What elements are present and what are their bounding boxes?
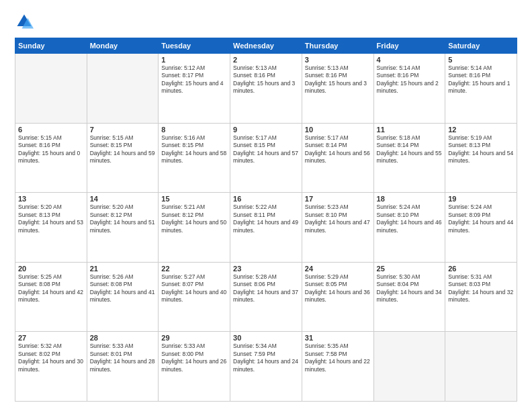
day-info: Sunrise: 5:17 AMSunset: 8:14 PMDaylight:… bbox=[305, 134, 371, 165]
day-info: Sunrise: 5:15 AMSunset: 8:15 PMDaylight:… bbox=[90, 134, 156, 165]
day-info: Sunrise: 5:25 AMSunset: 8:08 PMDaylight:… bbox=[18, 273, 84, 304]
day-number: 10 bbox=[305, 126, 371, 134]
day-number: 31 bbox=[305, 334, 371, 342]
week-row-2: 6Sunrise: 5:15 AMSunset: 8:16 PMDaylight… bbox=[15, 123, 517, 193]
day-info: Sunrise: 5:13 AMSunset: 8:16 PMDaylight:… bbox=[233, 64, 299, 95]
day-number: 11 bbox=[377, 126, 443, 134]
calendar-cell: 5Sunrise: 5:14 AMSunset: 8:16 PMDaylight… bbox=[445, 54, 517, 124]
day-number: 24 bbox=[305, 265, 371, 273]
day-header-wednesday: Wednesday bbox=[230, 38, 302, 54]
day-number: 4 bbox=[377, 56, 443, 64]
calendar-cell: 12Sunrise: 5:19 AMSunset: 8:13 PMDayligh… bbox=[445, 123, 517, 193]
calendar-cell: 7Sunrise: 5:15 AMSunset: 8:15 PMDaylight… bbox=[87, 123, 159, 193]
day-number: 18 bbox=[377, 195, 443, 203]
day-info: Sunrise: 5:16 AMSunset: 8:15 PMDaylight:… bbox=[161, 134, 227, 165]
calendar-cell: 28Sunrise: 5:33 AMSunset: 8:01 PMDayligh… bbox=[87, 332, 159, 402]
day-info: Sunrise: 5:20 AMSunset: 8:12 PMDaylight:… bbox=[90, 203, 156, 234]
day-info: Sunrise: 5:14 AMSunset: 8:16 PMDaylight:… bbox=[448, 64, 514, 95]
day-info: Sunrise: 5:17 AMSunset: 8:15 PMDaylight:… bbox=[233, 134, 299, 165]
day-info: Sunrise: 5:12 AMSunset: 8:17 PMDaylight:… bbox=[161, 64, 227, 95]
calendar-cell: 24Sunrise: 5:29 AMSunset: 8:05 PMDayligh… bbox=[302, 262, 373, 332]
calendar-cell: 4Sunrise: 5:14 AMSunset: 8:16 PMDaylight… bbox=[373, 54, 445, 124]
day-number: 8 bbox=[161, 126, 227, 134]
day-number: 26 bbox=[448, 265, 514, 273]
day-number: 21 bbox=[90, 265, 156, 273]
day-header-thursday: Thursday bbox=[302, 38, 373, 54]
calendar-cell: 13Sunrise: 5:20 AMSunset: 8:13 PMDayligh… bbox=[15, 193, 87, 263]
calendar-cell: 14Sunrise: 5:20 AMSunset: 8:12 PMDayligh… bbox=[87, 193, 159, 263]
day-number: 22 bbox=[161, 265, 227, 273]
calendar-cell: 2Sunrise: 5:13 AMSunset: 8:16 PMDaylight… bbox=[230, 54, 302, 124]
calendar-cell bbox=[445, 332, 517, 402]
calendar-cell: 27Sunrise: 5:32 AMSunset: 8:02 PMDayligh… bbox=[15, 332, 87, 402]
calendar-cell: 3Sunrise: 5:13 AMSunset: 8:16 PMDaylight… bbox=[302, 54, 373, 124]
day-number: 13 bbox=[18, 195, 84, 203]
calendar-cell bbox=[87, 54, 159, 124]
day-header-friday: Friday bbox=[373, 38, 445, 54]
day-info: Sunrise: 5:23 AMSunset: 8:10 PMDaylight:… bbox=[305, 203, 371, 234]
day-info: Sunrise: 5:27 AMSunset: 8:07 PMDaylight:… bbox=[161, 273, 227, 304]
day-header-tuesday: Tuesday bbox=[159, 38, 230, 54]
calendar-cell bbox=[15, 54, 87, 124]
calendar-cell: 26Sunrise: 5:31 AMSunset: 8:03 PMDayligh… bbox=[445, 262, 517, 332]
day-info: Sunrise: 5:21 AMSunset: 8:12 PMDaylight:… bbox=[161, 203, 227, 234]
calendar-cell: 23Sunrise: 5:28 AMSunset: 8:06 PMDayligh… bbox=[230, 262, 302, 332]
logo bbox=[15, 12, 36, 31]
calendar-cell: 9Sunrise: 5:17 AMSunset: 8:15 PMDaylight… bbox=[230, 123, 302, 193]
day-info: Sunrise: 5:30 AMSunset: 8:04 PMDaylight:… bbox=[377, 273, 443, 304]
day-number: 9 bbox=[233, 126, 299, 134]
day-info: Sunrise: 5:35 AMSunset: 7:58 PMDaylight:… bbox=[305, 342, 371, 373]
day-header-sunday: Sunday bbox=[15, 38, 87, 54]
day-info: Sunrise: 5:26 AMSunset: 8:08 PMDaylight:… bbox=[90, 273, 156, 304]
day-info: Sunrise: 5:32 AMSunset: 8:02 PMDaylight:… bbox=[18, 342, 84, 373]
day-info: Sunrise: 5:29 AMSunset: 8:05 PMDaylight:… bbox=[305, 273, 371, 304]
day-info: Sunrise: 5:15 AMSunset: 8:16 PMDaylight:… bbox=[18, 134, 84, 165]
day-info: Sunrise: 5:20 AMSunset: 8:13 PMDaylight:… bbox=[18, 203, 84, 234]
day-number: 15 bbox=[161, 195, 227, 203]
day-number: 17 bbox=[305, 195, 371, 203]
day-header-saturday: Saturday bbox=[445, 38, 517, 54]
day-number: 1 bbox=[161, 56, 227, 64]
day-number: 2 bbox=[233, 56, 299, 64]
calendar-cell: 15Sunrise: 5:21 AMSunset: 8:12 PMDayligh… bbox=[159, 193, 230, 263]
header bbox=[15, 12, 517, 31]
day-number: 12 bbox=[448, 126, 514, 134]
calendar-cell: 11Sunrise: 5:18 AMSunset: 8:14 PMDayligh… bbox=[373, 123, 445, 193]
day-number: 7 bbox=[90, 126, 156, 134]
day-number: 29 bbox=[161, 334, 227, 342]
calendar-cell: 6Sunrise: 5:15 AMSunset: 8:16 PMDaylight… bbox=[15, 123, 87, 193]
day-info: Sunrise: 5:33 AMSunset: 8:01 PMDaylight:… bbox=[90, 342, 156, 373]
logo-icon bbox=[15, 12, 34, 31]
day-number: 27 bbox=[18, 334, 84, 342]
day-number: 14 bbox=[90, 195, 156, 203]
calendar-cell: 10Sunrise: 5:17 AMSunset: 8:14 PMDayligh… bbox=[302, 123, 373, 193]
day-info: Sunrise: 5:22 AMSunset: 8:11 PMDaylight:… bbox=[233, 203, 299, 234]
calendar-cell: 30Sunrise: 5:34 AMSunset: 7:59 PMDayligh… bbox=[230, 332, 302, 402]
day-number: 3 bbox=[305, 56, 371, 64]
day-info: Sunrise: 5:24 AMSunset: 8:10 PMDaylight:… bbox=[377, 203, 443, 234]
week-row-1: 1Sunrise: 5:12 AMSunset: 8:17 PMDaylight… bbox=[15, 54, 517, 124]
calendar-cell: 18Sunrise: 5:24 AMSunset: 8:10 PMDayligh… bbox=[373, 193, 445, 263]
day-info: Sunrise: 5:14 AMSunset: 8:16 PMDaylight:… bbox=[377, 64, 443, 95]
calendar-cell: 29Sunrise: 5:33 AMSunset: 8:00 PMDayligh… bbox=[159, 332, 230, 402]
calendar-cell: 21Sunrise: 5:26 AMSunset: 8:08 PMDayligh… bbox=[87, 262, 159, 332]
calendar-cell: 16Sunrise: 5:22 AMSunset: 8:11 PMDayligh… bbox=[230, 193, 302, 263]
day-header-monday: Monday bbox=[87, 38, 159, 54]
day-number: 5 bbox=[448, 56, 514, 64]
day-info: Sunrise: 5:18 AMSunset: 8:14 PMDaylight:… bbox=[377, 134, 443, 165]
week-row-5: 27Sunrise: 5:32 AMSunset: 8:02 PMDayligh… bbox=[15, 332, 517, 402]
calendar-cell: 20Sunrise: 5:25 AMSunset: 8:08 PMDayligh… bbox=[15, 262, 87, 332]
day-number: 19 bbox=[448, 195, 514, 203]
day-info: Sunrise: 5:19 AMSunset: 8:13 PMDaylight:… bbox=[448, 134, 514, 165]
calendar-cell: 1Sunrise: 5:12 AMSunset: 8:17 PMDaylight… bbox=[159, 54, 230, 124]
day-number: 25 bbox=[377, 265, 443, 273]
day-number: 20 bbox=[18, 265, 84, 273]
day-info: Sunrise: 5:13 AMSunset: 8:16 PMDaylight:… bbox=[305, 64, 371, 95]
calendar-cell: 17Sunrise: 5:23 AMSunset: 8:10 PMDayligh… bbox=[302, 193, 373, 263]
day-info: Sunrise: 5:34 AMSunset: 7:59 PMDaylight:… bbox=[233, 342, 299, 373]
calendar-cell: 19Sunrise: 5:24 AMSunset: 8:09 PMDayligh… bbox=[445, 193, 517, 263]
calendar-cell: 8Sunrise: 5:16 AMSunset: 8:15 PMDaylight… bbox=[159, 123, 230, 193]
calendar-cell bbox=[373, 332, 445, 402]
page: SundayMondayTuesdayWednesdayThursdayFrid… bbox=[0, 0, 532, 411]
week-row-4: 20Sunrise: 5:25 AMSunset: 8:08 PMDayligh… bbox=[15, 262, 517, 332]
